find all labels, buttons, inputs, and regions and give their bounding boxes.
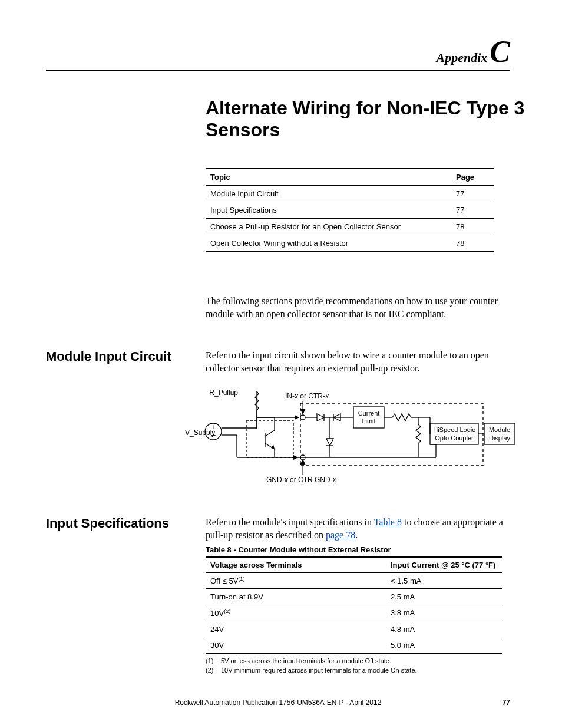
table8-caption: Table 8 - Counter Module without Externa… (206, 545, 391, 554)
text: Refer to the module's input specificatio… (206, 517, 374, 527)
page-title: Alternate Wiring for Non-IEC Type 3 Sens… (206, 97, 562, 141)
current-cell: 4.8 mA (386, 621, 502, 637)
section-body-module-input-circuit: Refer to the input circuit shown below t… (206, 349, 500, 374)
table-header-row: Voltage across Terminals Input Current @… (206, 557, 502, 573)
circuit-diagram: + – R_Pullup IN-x or CTR-x Current Limit… (183, 382, 518, 494)
voltage-cell: 24V (206, 621, 386, 637)
col-voltage: Voltage across Terminals (206, 557, 386, 573)
table-row: 10V(2) 3.8 mA (206, 605, 502, 621)
svg-marker-59 (300, 409, 305, 414)
voltage-cell: Turn-on at 8.9V (206, 589, 386, 605)
header-rule (46, 70, 510, 71)
voltage-cell: Off ≤ 5V(1) (206, 573, 386, 589)
table8: Voltage across Terminals Input Current @… (206, 556, 502, 654)
page-cell: 78 (451, 219, 494, 235)
voltage-cell: 10V(2) (206, 605, 386, 621)
svg-text:Module: Module (489, 426, 510, 433)
col-page: Page (451, 169, 494, 186)
svg-text:V_Supply: V_Supply (185, 429, 215, 437)
appendix-header: AppendixC (46, 34, 510, 69)
svg-text:Current: Current (358, 410, 380, 417)
page-cell: 77 (451, 202, 494, 219)
table-row: Open Collector Wiring without a Resistor… (206, 235, 494, 252)
intro-paragraph: The following sections provide recommend… (206, 295, 500, 320)
svg-marker-8 (317, 414, 324, 421)
section-heading-input-specifications: Input Specifications (46, 516, 169, 531)
table-row: 24V 4.8 mA (206, 621, 502, 637)
svg-text:IN-x or CTR-x: IN-x or CTR-x (285, 392, 329, 400)
appendix-word: Appendix (437, 50, 488, 65)
appendix-letter: C (490, 35, 510, 68)
current-cell: 2.5 mA (386, 589, 502, 605)
link-table-8[interactable]: Table 8 (374, 517, 402, 527)
page-number: 77 (503, 699, 510, 707)
svg-marker-5 (295, 415, 299, 420)
svg-marker-40 (293, 455, 298, 460)
svg-text:GND-x or CTR GND-x: GND-x or CTR GND-x (266, 476, 337, 484)
table-row: 30V 5.0 mA (206, 637, 502, 653)
link-page-78[interactable]: page 78 (326, 530, 355, 540)
svg-text:Opto Coupler: Opto Coupler (435, 434, 474, 442)
voltage-cell: 30V (206, 637, 386, 653)
page-cell: 77 (451, 186, 494, 202)
topic-cell: Input Specifications (206, 202, 451, 219)
table-row: Input Specifications 77 (206, 202, 494, 219)
col-current: Input Current @ 25 °C (77 °F) (386, 557, 502, 573)
page-cell: 78 (451, 235, 494, 252)
footnote: (2)10V minimum required across input ter… (206, 666, 417, 676)
topic-cell: Module Input Circuit (206, 186, 451, 202)
svg-marker-57 (300, 460, 305, 465)
svg-text:HiSpeed Logic: HiSpeed Logic (433, 426, 475, 433)
table-row: Choose a Pull-up Resistor for an Open Co… (206, 219, 494, 235)
table-row: Off ≤ 5V(1) < 1.5 mA (206, 573, 502, 589)
svg-marker-24 (326, 439, 333, 446)
table-row: Module Input Circuit 77 (206, 186, 494, 202)
section-heading-module-input-circuit: Module Input Circuit (46, 349, 171, 364)
topic-cell: Choose a Pull-up Resistor for an Open Co… (206, 219, 451, 235)
svg-rect-27 (246, 421, 293, 457)
page-footer: Rockwell Automation Publication 1756-UM5… (46, 699, 510, 707)
current-cell: < 1.5 mA (386, 573, 502, 589)
svg-point-6 (300, 415, 305, 420)
table-header-row: Topic Page (206, 169, 494, 186)
svg-text:R_Pullup: R_Pullup (209, 388, 238, 397)
svg-text:Limit: Limit (362, 417, 375, 424)
svg-marker-32 (271, 444, 275, 449)
table-row: Turn-on at 8.9V 2.5 mA (206, 589, 502, 605)
footnotes: (1)5V or less across the input terminals… (206, 657, 417, 676)
svg-line-30 (265, 430, 275, 436)
text: . (355, 530, 358, 540)
section-body-input-specifications: Refer to the module's input specificatio… (206, 516, 506, 541)
topic-table: Topic Page Module Input Circuit 77 Input… (206, 168, 494, 252)
footnote: (1)5V or less across the input terminals… (206, 657, 417, 666)
topic-cell: Open Collector Wiring without a Resistor (206, 235, 451, 252)
svg-text:Display: Display (489, 434, 511, 442)
col-topic: Topic (206, 169, 451, 186)
current-cell: 5.0 mA (386, 637, 502, 653)
current-cell: 3.8 mA (386, 605, 502, 621)
publication-line: Rockwell Automation Publication 1756-UM5… (46, 699, 510, 707)
